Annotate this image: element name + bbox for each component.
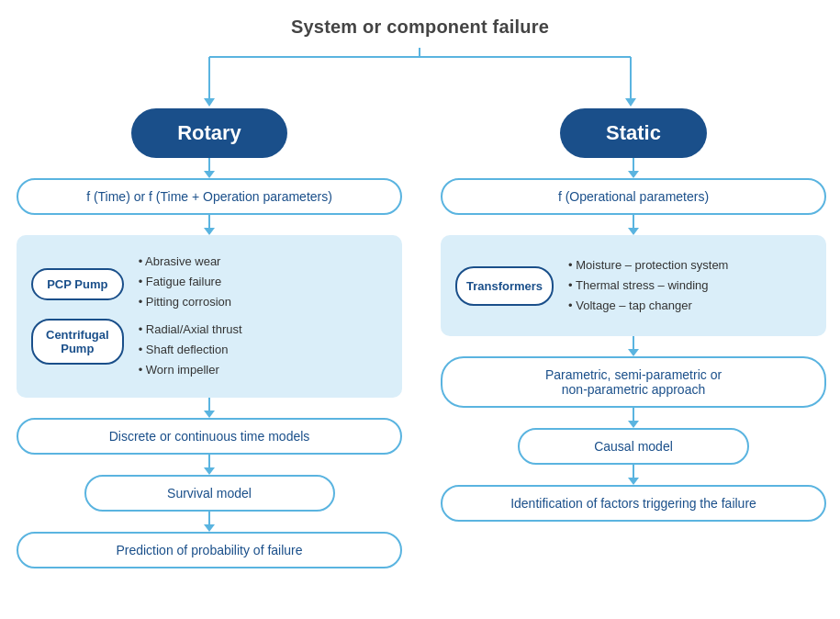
survival-model-box: Survival model — [84, 475, 335, 512]
centrifugal-pump-pill: CentrifugalPump — [31, 319, 124, 365]
left-section-box: PCP Pump CentrifugalPump Abrasive wear F… — [17, 235, 402, 398]
transformers-pill: Transformers — [455, 266, 554, 306]
branch-lines-svg — [0, 48, 840, 112]
identification-box: Identification of factors triggering the… — [441, 485, 826, 522]
prediction-box: Prediction of probability of failure — [17, 532, 402, 568]
arrow-4-right — [441, 408, 826, 428]
bullet-thermal: Thermal stress – winding — [568, 276, 728, 296]
bullet-voltage: Voltage – tap changer — [568, 296, 728, 316]
bullet-abrasive: Abrasive wear — [139, 252, 242, 272]
arrow-4-left — [17, 455, 402, 475]
left-func-box: f (Time) or f (Time + Operation paramete… — [17, 178, 402, 215]
right-sub-pills: Transformers — [455, 266, 554, 306]
bullet-fatigue: Fatigue failure — [139, 272, 242, 292]
right-column: Static f (Operational parameters) Transf… — [441, 108, 826, 522]
svg-marker-3 — [204, 98, 215, 107]
rotary-label: Rotary — [131, 108, 287, 158]
parametric-box: Parametric, semi-parametric or non-param… — [441, 356, 826, 408]
bullet-shaft: Shaft deflection — [139, 340, 242, 360]
bullet-radial: Radial/Axial thrust — [139, 320, 242, 340]
arrow-3-left — [17, 398, 402, 418]
diagram: System or component failure Rotary f (Ti… — [0, 0, 840, 619]
left-sub-pills: PCP Pump CentrifugalPump — [31, 268, 124, 365]
arrow-2-left — [17, 215, 402, 235]
causal-model-box: Causal model — [518, 428, 749, 465]
left-column: Rotary f (Time) or f (Time + Operation p… — [17, 108, 402, 568]
right-func-box: f (Operational parameters) — [441, 178, 826, 215]
right-section-box: Transformers Moisture – protection syste… — [441, 235, 826, 336]
arrow-3-right — [441, 336, 826, 356]
left-bullet-group-2: Radial/Axial thrust Shaft deflection Wor… — [139, 320, 242, 380]
bullet-pitting: Pitting corrosion — [139, 292, 242, 312]
pcp-pump-pill: PCP Pump — [31, 268, 124, 300]
page-title: System or component failure — [0, 0, 840, 38]
left-bullets: Abrasive wear Fatigue failure Pitting co… — [139, 252, 242, 381]
arrow-2-right — [441, 215, 826, 235]
right-bullets: Moisture – protection system Thermal str… — [568, 255, 728, 316]
arrow-5-left — [17, 512, 402, 532]
left-bullet-group-1: Abrasive wear Fatigue failure Pitting co… — [139, 252, 242, 312]
bullet-moisture: Moisture – protection system — [568, 255, 728, 276]
arrow-5-right — [441, 465, 826, 485]
discrete-model-box: Discrete or continuous time models — [17, 418, 402, 455]
bullet-impeller: Worn impeller — [139, 360, 242, 380]
static-label: Static — [560, 108, 707, 158]
svg-marker-4 — [625, 98, 636, 107]
arrow-1-left — [17, 158, 402, 178]
arrow-1-right — [441, 158, 826, 178]
